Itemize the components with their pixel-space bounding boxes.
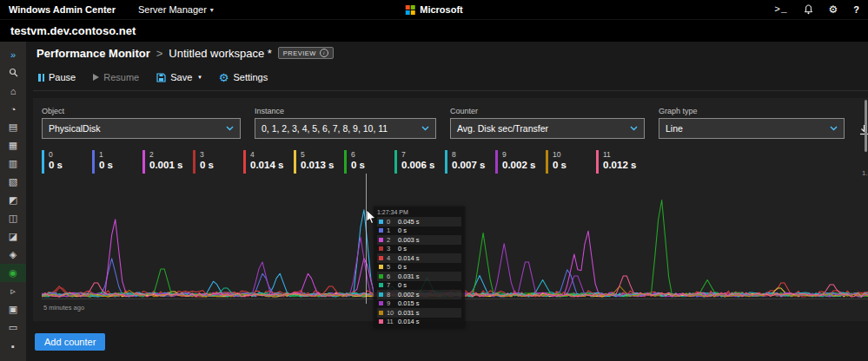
tooltip-series-value: 0.031 s <box>398 272 420 280</box>
connection-host-bar: testvm.dev.contoso.net <box>0 19 868 42</box>
legend-item[interactable]: 3 0 s <box>193 150 243 174</box>
tooltip-row: 10 0.031 s <box>377 308 461 318</box>
sidebar-item-overview[interactable]: ⌂ <box>0 82 26 100</box>
sidebar-item-services[interactable]: ▪ <box>0 337 26 355</box>
chart-crosshair <box>366 174 367 304</box>
tooltip-series-id: 3 <box>387 245 398 253</box>
legend-item[interactable]: 6 0 s <box>344 150 394 174</box>
counter-control: Counter Avg. Disk sec/Transfer <box>450 107 645 139</box>
legend-value: 0.013 s <box>301 159 334 172</box>
sidebar-item-powershell[interactable]: ▹ <box>0 282 26 300</box>
chart-ymax-label: 1.079 <box>862 169 868 177</box>
breadcrumb: Performance Monitor > Untitled workspace… <box>33 42 868 64</box>
legend-item[interactable]: 8 0.007 s <box>445 150 495 174</box>
sidebar-item-devices[interactable]: ▦ <box>0 136 26 154</box>
notifications-bell-icon[interactable] <box>804 4 813 15</box>
instance-dropdown[interactable]: 0, 1, 2, 3, 4, 5, 6, 7, 8, 9, 10, 11 <box>255 118 436 139</box>
legend-color-bar <box>243 150 246 174</box>
powershell-console-icon[interactable]: >_ <box>774 4 787 15</box>
sidebar-item-performance-monitor[interactable]: ◉ <box>0 264 26 282</box>
tooltip-row: 4 0.014 s <box>377 253 461 263</box>
resume-button[interactable]: Resume <box>93 72 139 82</box>
legend-item[interactable]: 10 0 s <box>546 150 596 174</box>
sidebar-item-processes[interactable]: ▣ <box>0 300 26 318</box>
tooltip-color-swatch <box>379 274 383 279</box>
tooltip-series-value: 0 s <box>398 226 407 234</box>
legend-item[interactable]: 4 0.014 s <box>243 150 294 174</box>
chevron-down-icon: ▾ <box>210 6 214 14</box>
tooltip-row: 9 0.015 s <box>377 299 461 309</box>
legend-item[interactable]: 7 0.006 s <box>394 150 445 174</box>
save-button[interactable]: Save ▾ <box>156 72 202 82</box>
legend-item[interactable]: 0 0 s <box>42 150 92 174</box>
legend-color-bar <box>596 150 599 174</box>
legend: 0 0 s 1 0 s 2 0.001 s 3 0 s 4 0.014 s <box>42 150 868 174</box>
server-manager-label: Server Manager <box>138 4 207 15</box>
legend-color-bar <box>344 150 347 174</box>
legend-value: 0 s <box>553 159 567 172</box>
tooltip-series-value: 0 s <box>398 281 407 289</box>
tooltip-series-id: 8 <box>387 291 398 299</box>
save-icon <box>156 73 166 82</box>
tooltip-series-id: 0 <box>387 218 398 226</box>
tooltip-series-id: 6 <box>387 272 398 280</box>
sidebar-item-files[interactable]: ▧ <box>0 173 26 191</box>
chevron-down-icon <box>830 126 838 131</box>
tooltip-timestamp: 1:27:34 PM <box>377 209 461 215</box>
preview-badge: PREVIEW i <box>278 47 334 59</box>
app-title: Windows Admin Center <box>9 4 116 15</box>
tooltip-row: 5 0 s <box>377 263 461 272</box>
pause-button[interactable]: Pause <box>38 72 76 82</box>
sidebar-item-firewall[interactable]: ◩ <box>0 191 26 209</box>
sidebar-item-networks[interactable]: ◈ <box>0 246 26 264</box>
chart-tooltip: 1:27:34 PM 0 0.045 s 1 0 s 2 0.003 s 3 0… <box>374 207 465 328</box>
microsoft-wordmark: Microsoft <box>420 4 463 15</box>
legend-color-bar <box>142 150 145 174</box>
counter-label: Counter <box>450 107 645 115</box>
sidebar-item-registry[interactable]: ▭ <box>0 318 26 337</box>
legend-item[interactable]: 11 0.012 s <box>596 150 646 174</box>
tooltip-row: 11 0.014 s <box>377 318 461 327</box>
legend-instance-id: 5 <box>301 150 334 159</box>
legend-value: 0 s <box>200 159 214 172</box>
object-dropdown[interactable]: PhysicalDisk <box>42 118 241 139</box>
pause-icon <box>38 74 44 82</box>
sidebar-item-certificates[interactable]: ▤ <box>0 118 26 136</box>
legend-instance-id: 11 <box>603 150 636 159</box>
legend-item[interactable]: 2 0.001 s <box>142 150 193 174</box>
tooltip-row: 2 0.003 s <box>377 235 461 245</box>
legend-item[interactable]: 1 0 s <box>92 150 142 174</box>
help-icon[interactable]: ? <box>853 4 859 15</box>
tooltip-rows: 0 0.045 s 1 0 s 2 0.003 s 3 0 s 4 0.014 … <box>377 217 461 326</box>
counter-card: Object PhysicalDisk Instance 0, 1, 2, 3,… <box>33 98 868 321</box>
tooltip-row: 0 0.045 s <box>377 217 461 226</box>
legend-item[interactable]: 9 0.002 s <box>495 150 546 174</box>
search-icon[interactable] <box>0 63 26 82</box>
legend-instance-id: 4 <box>250 150 283 159</box>
add-counter-button[interactable]: Add counter <box>35 333 105 351</box>
microsoft-brand: Microsoft <box>405 4 463 15</box>
settings-gear-icon[interactable]: ⚙ <box>829 3 838 16</box>
legend-value: 0 s <box>49 159 63 172</box>
graph-type-control: Graph type Line <box>659 107 845 139</box>
sidebar-item-installed-apps[interactable]: ◫ <box>0 209 26 227</box>
settings-button[interactable]: ⚙ Settings <box>219 72 268 83</box>
instance-label: Instance <box>255 107 436 115</box>
object-control: Object PhysicalDisk <box>42 107 241 139</box>
mouse-cursor <box>367 210 377 225</box>
graph-type-dropdown[interactable]: Line <box>659 118 845 139</box>
scrollbar-thumb[interactable] <box>865 100 867 152</box>
info-icon: i <box>320 49 328 57</box>
counter-controls: Object PhysicalDisk Instance 0, 1, 2, 3,… <box>42 107 868 139</box>
breadcrumb-tool[interactable]: Performance Monitor <box>36 47 150 60</box>
tooltip-row: 3 0 s <box>377 245 461 254</box>
sidebar-expand-chevron-icon[interactable]: » <box>0 45 26 63</box>
server-manager-menu[interactable]: Server Manager ▾ <box>138 4 214 15</box>
pause-label: Pause <box>49 72 76 82</box>
counter-dropdown[interactable]: Avg. Disk sec/Transfer <box>450 118 645 139</box>
chart-area[interactable]: 1.079 5 minutes ago Now 1:27:34 PM 0 0.0… <box>42 179 868 312</box>
sidebar-item-events[interactable]: ▥ <box>0 154 26 173</box>
legend-item[interactable]: 5 0.013 s <box>294 150 344 174</box>
sidebar-item-local-users-groups[interactable]: ◪ <box>0 227 26 246</box>
sidebar-item-azure-hybrid[interactable]: ◔ <box>0 100 26 118</box>
